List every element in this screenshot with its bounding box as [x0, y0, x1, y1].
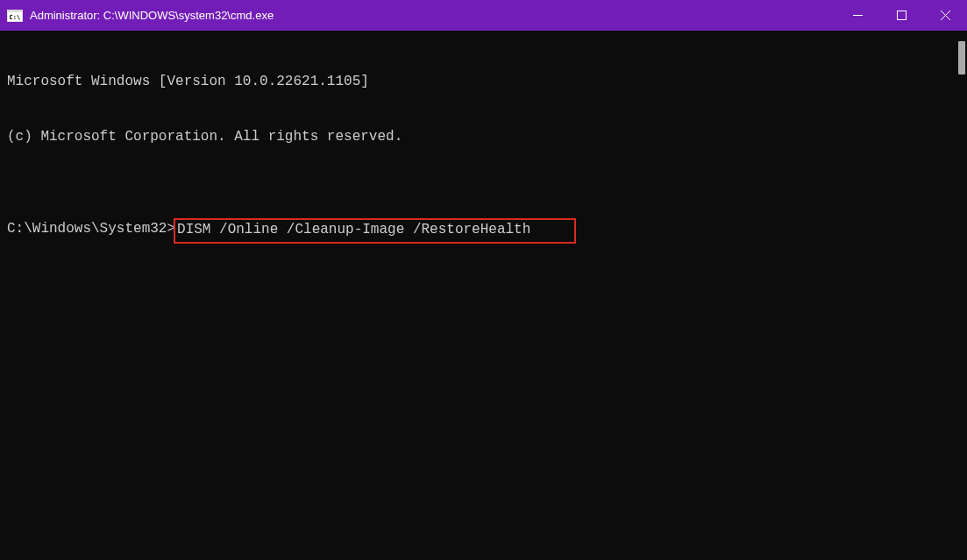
maximize-button[interactable]	[879, 0, 923, 31]
scrollbar-thumb[interactable]	[958, 41, 965, 74]
minimize-icon	[853, 11, 863, 20]
cmd-icon: C:\	[7, 9, 23, 23]
window-controls	[835, 0, 967, 31]
close-button[interactable]	[923, 0, 967, 31]
command-text: DISM /Online /Cleanup-Image /RestoreHeal…	[177, 222, 572, 237]
terminal-area[interactable]: Microsoft Windows [Version 10.0.22621.11…	[0, 31, 967, 560]
minimize-button[interactable]	[835, 0, 879, 31]
svg-rect-4	[897, 11, 906, 20]
version-line: Microsoft Windows [Version 10.0.22621.11…	[7, 73, 960, 91]
close-icon	[941, 11, 950, 20]
titlebar: C:\ Administrator: C:\WINDOWS\system32\c…	[0, 0, 967, 31]
prompt: C:\Windows\System32>	[7, 220, 175, 238]
prompt-row: C:\Windows\System32>DISM /Online /Cleanu…	[7, 220, 960, 244]
maximize-icon	[897, 11, 907, 20]
window-title: Administrator: C:\WINDOWS\system32\cmd.e…	[30, 9, 835, 22]
svg-text:C:\: C:\	[10, 14, 21, 21]
command-highlighted: DISM /Online /Cleanup-Image /RestoreHeal…	[174, 218, 576, 244]
svg-rect-1	[7, 10, 23, 12]
copyright-line: (c) Microsoft Corporation. All rights re…	[7, 128, 960, 146]
